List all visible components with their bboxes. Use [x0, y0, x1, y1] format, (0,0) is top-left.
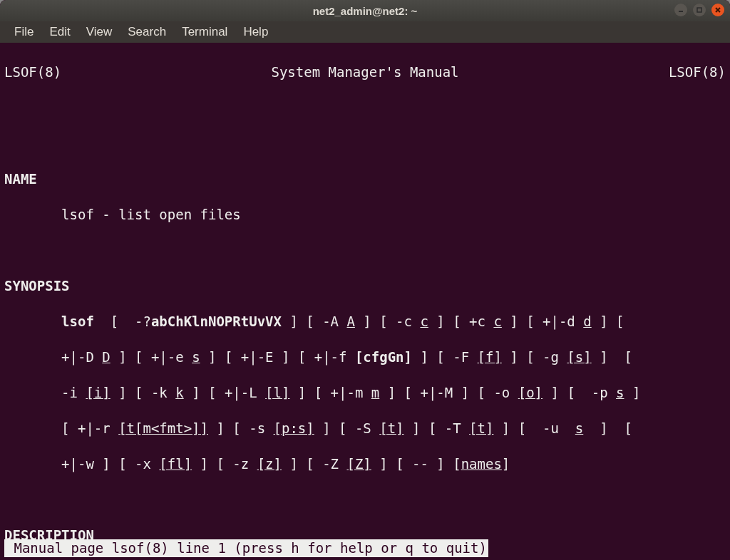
menu-terminal[interactable]: Terminal	[175, 23, 235, 41]
synopsis-line-2: +|-D D ] [ +|-e s ] [ +|-E ] [ +|-f [cfg…	[4, 348, 726, 366]
blank-line	[4, 99, 726, 117]
blank-line	[4, 491, 726, 509]
menu-edit[interactable]: Edit	[42, 23, 77, 41]
menu-file[interactable]: File	[7, 23, 41, 41]
window-title: net2_admin@net2: ~	[313, 5, 418, 17]
window-controls	[674, 4, 724, 16]
terminal-viewport[interactable]: LSOF(8)System Manager's ManualLSOF(8) NA…	[0, 43, 730, 560]
synopsis-line-3: -i [i] ] [ -k k ] [ +|-L [l] ] [ +|-m m …	[4, 384, 726, 402]
minimize-button[interactable]	[674, 4, 687, 16]
blank-line	[4, 242, 726, 259]
blank-line	[4, 135, 726, 152]
svg-rect-1	[697, 8, 701, 12]
synopsis-line-5: +|-w ] [ -x [fl] ] [ -z [z] ] [ -Z [Z] ]…	[4, 455, 726, 473]
man-header-center: System Manager's Manual	[271, 63, 458, 81]
synopsis-line-4: [ +|-r [t[m<fmt>]] ] [ -s [p:s] ] [ -S […	[4, 420, 726, 437]
man-header-right: LSOF(8)	[669, 63, 726, 81]
man-status-line: Manual page lsof(8) line 1 (press h for …	[4, 539, 488, 557]
menubar: File Edit View Search Terminal Help	[0, 21, 730, 43]
synopsis-line-1: lsof [ -?abChKlnNOPRtUvVX ] [ -A A ] [ -…	[4, 313, 726, 331]
terminal-window: net2_admin@net2: ~ File Edit View Search…	[0, 0, 730, 560]
close-button[interactable]	[711, 4, 724, 16]
menu-search[interactable]: Search	[120, 23, 173, 41]
man-header: LSOF(8)System Manager's ManualLSOF(8)	[4, 63, 726, 81]
man-header-left: LSOF(8)	[4, 63, 61, 81]
section-synopsis: SYNOPSIS	[4, 277, 726, 295]
menu-help[interactable]: Help	[236, 23, 275, 41]
menu-view[interactable]: View	[79, 23, 120, 41]
maximize-button[interactable]	[693, 4, 706, 16]
titlebar: net2_admin@net2: ~	[0, 0, 730, 21]
name-line: lsof - list open files	[4, 206, 726, 224]
section-name: NAME	[4, 170, 726, 188]
